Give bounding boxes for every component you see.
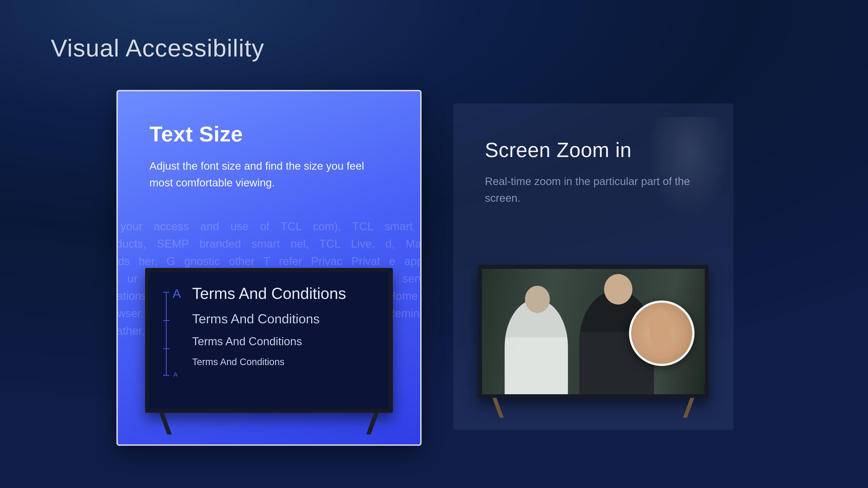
tv-leg-right xyxy=(683,398,694,418)
text-size-samples: Terms And Conditions Terms And Condition… xyxy=(192,285,379,367)
card-screen-zoom-desc: Real-time zoom in the particular part of… xyxy=(485,173,702,207)
sample-l: Terms And Conditions xyxy=(192,311,379,326)
slider-small-a-icon: A xyxy=(174,371,178,378)
slider-tick xyxy=(163,320,169,321)
sample-s: Terms And Conditions xyxy=(192,357,379,367)
tv-frame: A A Terms And Conditions Terms And Condi… xyxy=(145,268,393,413)
sample-m: Terms And Conditions xyxy=(192,335,379,348)
cards-row: Text Size Adjust the font size and find … xyxy=(116,90,734,446)
slider-tick xyxy=(163,375,169,376)
text-size-tv: A A Terms And Conditions Terms And Condi… xyxy=(145,268,393,413)
slider-tick xyxy=(163,348,169,349)
zoom-magnifier-icon xyxy=(629,300,694,366)
tv-leg-left xyxy=(159,412,172,434)
card-screen-zoom[interactable]: Screen Zoom in Real-time zoom in the par… xyxy=(453,103,734,430)
tv-leg-left xyxy=(492,398,504,418)
card-text-size[interactable]: Text Size Adjust the font size and find … xyxy=(116,90,422,446)
text-size-slider: A A xyxy=(161,285,175,376)
screen-zoom-tv xyxy=(478,265,709,398)
tv-leg-right xyxy=(366,412,379,434)
actor-left xyxy=(505,299,568,394)
slider-tick xyxy=(163,292,169,293)
slider-track xyxy=(166,292,166,376)
card-text-size-title: Text Size xyxy=(149,122,389,147)
page-title: Visual Accessibility xyxy=(51,34,264,62)
slider-large-a-icon: A xyxy=(173,287,181,300)
card-text-size-desc: Adjust the font size and find the size y… xyxy=(149,158,384,191)
tv-frame xyxy=(478,265,709,398)
sample-xl: Terms And Conditions xyxy=(192,285,379,302)
movie-still xyxy=(482,269,705,394)
card-screen-zoom-title: Screen Zoom in xyxy=(485,138,702,162)
